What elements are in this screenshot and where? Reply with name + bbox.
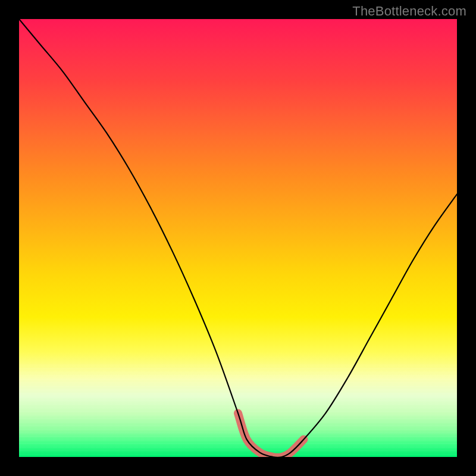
plot-area (19, 19, 457, 457)
bottleneck-curve-line (19, 19, 457, 457)
chart-svg (19, 19, 457, 457)
watermark-label: TheBottleneck.com (352, 4, 466, 19)
chart-frame: TheBottleneck.com (0, 0, 476, 476)
